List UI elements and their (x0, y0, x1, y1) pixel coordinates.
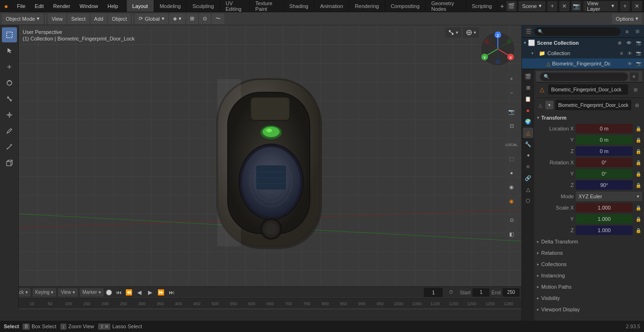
tree-object-fingerprint[interactable]: △ Biometric_Fingerprint_Dc 👁 📷 (522, 58, 644, 69)
data-options-btn[interactable]: ⊞ (633, 100, 641, 110)
props-tab-physics[interactable]: ⚛ (523, 162, 533, 172)
jump-start-btn[interactable]: ⏮ (114, 288, 124, 297)
menu-help[interactable]: Help (103, 0, 123, 12)
props-search-field[interactable]: 🔍 (540, 73, 628, 81)
transform-section-header[interactable]: ▾ Transform (536, 113, 642, 122)
instancing-row[interactable]: ▸ Instancing (536, 270, 642, 281)
step-fwd-btn[interactable]: ⏩ (157, 288, 166, 297)
options-dropdown[interactable]: Options▾ (612, 14, 642, 24)
outliner-search[interactable]: 🔍 (534, 27, 620, 36)
tab-rendering[interactable]: Rendering (349, 0, 385, 12)
tool-rotate[interactable] (2, 75, 17, 90)
remove-layer-icon[interactable]: ✕ (632, 1, 642, 11)
props-tab-output[interactable]: ⊞ (523, 82, 533, 93)
tool-transform[interactable] (2, 107, 17, 122)
shading-wire-btn[interactable]: ⬚ (505, 153, 518, 165)
obj-render-btn[interactable]: 📷 (635, 60, 642, 67)
location-x-field[interactable]: 0 m (576, 124, 633, 133)
object-menu[interactable]: Object (108, 14, 131, 24)
view-menu[interactable]: View (48, 14, 66, 24)
tool-measure[interactable] (2, 139, 17, 154)
shading-solid-btn[interactable]: ● (505, 167, 518, 179)
col-vis-btn[interactable]: 👁 (626, 49, 634, 57)
scale-z-field[interactable]: 1.000 (576, 226, 633, 235)
step-back-btn[interactable]: ⏪ (124, 288, 134, 297)
props-tab-modifiers[interactable]: 🔧 (523, 139, 533, 149)
outliner-filter-btn[interactable]: ≡ (622, 27, 632, 36)
scale-y-lock[interactable]: 🔒 (635, 214, 642, 224)
location-y-field[interactable]: 0 m (576, 135, 633, 145)
relations-row[interactable]: ▸ Relations (536, 248, 642, 258)
tab-scripting[interactable]: Scripting (466, 0, 498, 12)
rotation-z-lock[interactable]: 🔒 (635, 180, 642, 190)
props-tab-view-layer[interactable]: 📋 (523, 94, 533, 104)
zoom-in-btn[interactable]: + (505, 73, 518, 85)
obj-vis-btn[interactable]: 👁 (626, 60, 634, 67)
keying-dropdown[interactable]: Keying▾ (33, 288, 57, 297)
shading-render-btn[interactable]: ◉ (505, 195, 518, 207)
end-frame-field[interactable]: 250 (503, 288, 520, 297)
data-browse-btn[interactable]: ▾ (545, 101, 553, 109)
scene-dropdown[interactable]: Scene▾ (519, 1, 545, 11)
snap-btn[interactable]: ⊞ (186, 14, 198, 24)
props-tab-object-data[interactable]: △ (523, 184, 533, 194)
scale-x-lock[interactable]: 🔒 (635, 203, 642, 212)
rotation-y-field[interactable]: 0° (576, 169, 633, 178)
menu-render[interactable]: Render (49, 0, 75, 12)
zoom-out-btn[interactable]: − (505, 87, 518, 99)
jump-end-btn[interactable]: ⏭ (167, 288, 176, 297)
props-tab-world[interactable]: 🌍 (523, 116, 533, 127)
delta-transform-row[interactable]: ▸ Delta Transform (536, 236, 642, 247)
tool-scale[interactable] (2, 91, 17, 106)
graph-btn[interactable]: 〜 (212, 14, 224, 24)
scale-y-field[interactable]: 1.000 (576, 214, 633, 224)
tab-uv-editing[interactable]: UV Editing (220, 0, 250, 12)
perspective-btn[interactable]: ⊡ (505, 120, 518, 132)
object-name-field[interactable]: Biometric_Fingerprint_Door_Lock (548, 84, 628, 95)
scene-col-visibility[interactable]: 👁 (625, 39, 633, 47)
props-tab-object[interactable]: △ (523, 128, 533, 138)
tool-cursor[interactable] (2, 43, 17, 58)
tool-move[interactable]: ✛ (2, 59, 17, 74)
viewport[interactable]: User Perspective (1) Collection | Biomet… (19, 25, 521, 309)
collections-row[interactable]: ▸ Collections (536, 259, 642, 269)
current-frame-field[interactable]: 1 (424, 288, 443, 297)
rotation-mode-dropdown[interactable]: XYZ Euler ▾ (576, 192, 642, 201)
data-name-field[interactable]: Biometric_Fingerprint_Door_Lock (555, 100, 631, 110)
outliner-restrict-columns[interactable]: ⊞ (634, 28, 641, 35)
tab-modeling[interactable]: Modeling (154, 0, 187, 12)
name-options-btn[interactable]: ⊞ (631, 85, 640, 94)
timeline-view-dropdown[interactable]: View▾ (58, 288, 78, 297)
new-layer-icon[interactable]: + (620, 1, 630, 11)
tab-geometry-nodes[interactable]: Geometry Nodes (426, 0, 466, 12)
overlay-btn[interactable]: ◧ (505, 228, 518, 240)
rotation-z-field[interactable]: 90° (576, 180, 633, 190)
overlay-dropdown[interactable]: ▾ (445, 27, 461, 38)
menu-window[interactable]: Window (75, 0, 103, 12)
tab-animation[interactable]: Animation (314, 0, 349, 12)
props-tab-constraints[interactable]: 🔗 (523, 173, 533, 183)
tool-annotate[interactable] (2, 123, 17, 138)
rotation-x-field[interactable]: 0° (576, 158, 633, 167)
menu-file[interactable]: File (12, 0, 30, 12)
camera-view-btn[interactable]: 📷 (505, 105, 518, 118)
location-z-field[interactable]: 0 m (576, 146, 633, 156)
props-tab-particles[interactable]: ✦ (523, 150, 533, 161)
start-frame-field[interactable]: 1 (472, 288, 489, 297)
location-z-lock[interactable]: 🔒 (635, 146, 642, 156)
transform-space-dropdown[interactable]: ⟳Global▾ (135, 14, 168, 24)
view-layer-dropdown[interactable]: View Layer▾ (583, 1, 618, 11)
location-x-lock[interactable]: 🔒 (635, 124, 642, 133)
shading-material-btn[interactable]: ◉ (505, 181, 518, 193)
add-menu[interactable]: Add (91, 14, 107, 24)
tree-collection[interactable]: ▾ 📁 Collection ⊞ 👁 📷 (522, 48, 644, 58)
play-btn[interactable]: ▶ (145, 287, 156, 298)
menu-edit[interactable]: Edit (30, 0, 49, 12)
viewport-display-row[interactable]: ▸ Viewport Display (536, 304, 642, 315)
scale-z-lock[interactable]: 🔒 (635, 226, 642, 235)
realtime-btn[interactable]: ⏱ (445, 289, 458, 296)
tab-compositing[interactable]: Compositing (385, 0, 426, 12)
props-tab-scene[interactable]: 🔺 (523, 105, 533, 115)
select-menu[interactable]: Select (67, 14, 90, 24)
tab-texture-paint[interactable]: Texture Paint (250, 0, 284, 12)
